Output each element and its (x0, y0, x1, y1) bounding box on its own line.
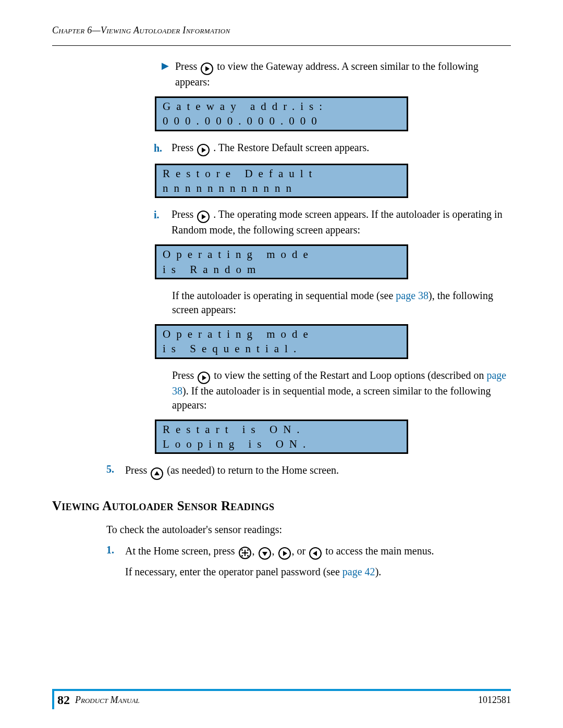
lcd-line: 000.000.000.000 (156, 114, 407, 128)
link-page-38[interactable]: page 38 (396, 290, 429, 301)
text: If necessary, enter the operator panel p… (125, 566, 342, 577)
lcd-line: Looping is ON. (156, 437, 407, 451)
footer-code: 1012581 (478, 695, 511, 706)
para-restore: Press . The Restore Default screen appea… (172, 141, 511, 156)
step-h: h. Press . The Restore Default screen ap… (154, 141, 511, 156)
text: At the Home screen, press (125, 545, 238, 557)
lcd-line: Operating mode (156, 247, 407, 262)
step-label: i. (154, 207, 166, 222)
right-button-icon (198, 372, 210, 384)
para-gateway: Press to view the Gateway address. A scr… (175, 59, 511, 89)
page-number: 82 (57, 693, 75, 707)
lcd-op-random: Operating mode is Random (155, 244, 408, 279)
up-button-icon (151, 467, 163, 480)
text: If the autoloader is operating in sequen… (172, 290, 396, 301)
text: Press (175, 60, 200, 72)
bullet-block: ▶ Press to view the Gateway address. A s… (162, 59, 511, 89)
lcd-line: Gateway addr.is: (156, 99, 407, 114)
para-home: Press (as needed) to return to the Home … (125, 463, 511, 480)
text: to view the Gateway address. A screen si… (175, 60, 479, 88)
text: . The operating mode screen appears. If … (172, 208, 503, 236)
menu-button-icon (239, 547, 251, 559)
text: , or (292, 545, 309, 557)
step-number: 1. (106, 544, 120, 556)
header-rule (52, 45, 511, 46)
right-button-icon (197, 211, 210, 223)
right-button-icon (197, 144, 210, 156)
text: to view the setting of the Restart and L… (214, 369, 486, 381)
para-operating: Press . The operating mode screen appear… (172, 207, 511, 237)
para-restart-loop: Press to view the setting of the Restart… (172, 368, 511, 412)
left-button-icon (309, 547, 322, 560)
footer: 82 Product Manual 1012581 (52, 689, 511, 709)
footer-inner: 82 Product Manual 1012581 (52, 691, 511, 709)
footer-title: Product Manual (75, 695, 478, 706)
text: Press (172, 208, 196, 220)
text: (as needed) to return to the Home screen… (167, 464, 339, 476)
text: ). (375, 566, 382, 577)
right-button-icon (278, 547, 291, 560)
page: Chapter 6—Viewing Autoloader Information… (0, 0, 563, 728)
lcd-restart-loop: Restart is ON. Looping is ON. (155, 419, 408, 454)
text: . The Restore Default screen appears. (213, 142, 369, 153)
lcd-line: Restart is ON. (156, 422, 407, 437)
step-number: 5. (106, 463, 120, 475)
step-i: i. Press . The operating mode screen app… (154, 207, 511, 237)
right-button-icon (201, 63, 213, 75)
section-heading: Viewing Autoloader Sensor Readings (52, 499, 511, 513)
step-5: 5. Press (as needed) to return to the Ho… (106, 463, 511, 480)
lcd-restore: Restore Default nnnnnnnnnnnn (155, 164, 408, 199)
text: Press (125, 464, 150, 476)
step-1: 1. At the Home screen, press , , , or to… (106, 544, 511, 560)
text: , (272, 545, 277, 557)
text: Press (172, 369, 197, 381)
text: ). If the autoloader is in sequential mo… (172, 385, 491, 411)
para-seq-intro: If the autoloader is operating in sequen… (172, 289, 511, 317)
running-head: Chapter 6—Viewing Autoloader Information (52, 25, 511, 36)
lcd-gateway: Gateway addr.is: 000.000.000.000 (155, 96, 408, 131)
down-button-icon (259, 547, 271, 560)
para-sensor-intro: To check the autoloader's sensor reading… (106, 523, 511, 537)
text: , (252, 545, 258, 557)
bullet-arrow-icon: ▶ (162, 59, 171, 72)
para-password: If necessary, enter the operator panel p… (125, 565, 511, 579)
text: Press (172, 142, 196, 153)
step-label: h. (154, 141, 166, 155)
lcd-line: nnnnnnnnnnnn (156, 181, 407, 195)
lcd-line: is Random (156, 262, 407, 277)
link-page-42[interactable]: page 42 (342, 566, 375, 577)
lcd-line: Restore Default (156, 166, 407, 181)
lcd-line: is Sequential. (156, 341, 407, 356)
lcd-line: Operating mode (156, 327, 407, 341)
para-mainmenus: At the Home screen, press , , , or to ac… (125, 544, 511, 560)
lcd-op-seq: Operating mode is Sequential. (155, 324, 408, 359)
text: to access the main menus. (325, 545, 434, 557)
